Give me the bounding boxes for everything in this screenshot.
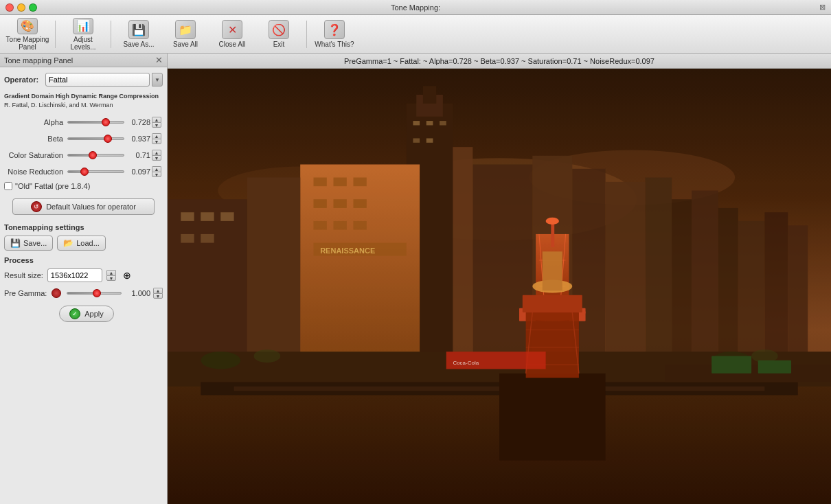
whats-this-icon: ❓ xyxy=(324,20,345,39)
operator-label: Operator: xyxy=(4,76,43,84)
operator-description: Gradient Domain High Dynamic Range Compr… xyxy=(4,92,163,109)
noise-reduction-track[interactable] xyxy=(67,170,124,173)
city-skyline-image: RENAISSANCE xyxy=(168,69,831,504)
color-saturation-stepper-down[interactable]: ▼ xyxy=(152,155,161,161)
save-as-icon: 💾 xyxy=(128,20,149,39)
apply-button[interactable]: ✓ Apply xyxy=(59,306,114,322)
svg-rect-78 xyxy=(168,69,831,504)
noise-reduction-thumb[interactable] xyxy=(80,168,89,176)
tone-mapping-panel-label: Tone Mapping Panel xyxy=(5,36,49,51)
tone-mapping-panel-icon: 🎨 xyxy=(17,18,38,34)
pre-gamma-stepper: ▲ ▼ xyxy=(153,288,163,299)
right-panel: PreGamma=1 ~ Fattal: ~ Alpha=0.728 ~ Bet… xyxy=(168,54,831,504)
panel-content: Operator: Fattal Drago Reinhard Mantiuk … xyxy=(0,67,167,504)
result-size-input[interactable] xyxy=(47,268,102,282)
save-as-button[interactable]: 💾 Save As... xyxy=(117,18,161,51)
panel-header: Tone mapping Panel ✕ xyxy=(0,54,167,67)
toolbar-separator-1 xyxy=(55,21,56,48)
alpha-track[interactable] xyxy=(67,121,124,124)
old-fattal-label: "Old" Fattal (pre 1.8.4) xyxy=(15,182,90,190)
toolbar-separator-2 xyxy=(111,21,111,48)
beta-stepper: ▲ ▼ xyxy=(152,133,163,144)
save-load-row: 💾 Save... 📂 Load... xyxy=(4,236,163,251)
left-panel: Tone mapping Panel ✕ Operator: Fattal Dr… xyxy=(0,54,168,504)
pre-gamma-track[interactable] xyxy=(67,292,122,295)
tonemapping-load-button[interactable]: 📂 Load... xyxy=(57,236,106,251)
operator-select[interactable]: Fattal Drago Reinhard Mantiuk Pattanaik xyxy=(45,73,150,87)
old-fattal-row: "Old" Fattal (pre 1.8.4) xyxy=(4,182,163,190)
beta-stepper-down[interactable]: ▼ xyxy=(152,139,161,144)
image-container: RENAISSANCE xyxy=(168,69,831,504)
process-label: Process xyxy=(4,256,163,264)
result-size-stepper-down[interactable]: ▼ xyxy=(106,275,116,281)
noise-reduction-stepper-down[interactable]: ▼ xyxy=(152,172,161,177)
color-saturation-thumb[interactable] xyxy=(89,151,97,159)
alpha-label: Alpha xyxy=(4,118,66,126)
pre-gamma-value: 1.000 xyxy=(126,289,150,297)
pre-gamma-row: Pre Gamma: 1.000 ▲ ▼ xyxy=(4,288,163,299)
noise-reduction-stepper: ▲ ▼ xyxy=(152,166,163,177)
noise-reduction-label: Noise Reduction xyxy=(4,168,66,176)
apply-icon: ✓ xyxy=(69,308,80,319)
panel-title: Tone mapping Panel xyxy=(4,56,73,65)
maximize-button[interactable] xyxy=(29,3,37,12)
beta-fill xyxy=(68,138,108,139)
adjust-levels-icon: 📊 xyxy=(73,18,93,34)
close-all-label: Close All xyxy=(219,41,246,48)
beta-slider-row: Beta 0.937 ▲ ▼ xyxy=(4,133,163,145)
alpha-stepper-down[interactable]: ▼ xyxy=(152,122,161,128)
alpha-stepper-up[interactable]: ▲ xyxy=(152,117,161,122)
pre-gamma-thumb[interactable] xyxy=(93,289,101,297)
save-all-label: Save All xyxy=(173,41,198,48)
tone-mapping-panel-button[interactable]: 🎨 Tone Mapping Panel xyxy=(5,18,49,51)
alpha-value: 0.728 xyxy=(126,118,150,126)
pre-gamma-stepper-down[interactable]: ▼ xyxy=(153,293,163,299)
close-all-button[interactable]: ✕ Close All xyxy=(210,18,254,51)
default-values-button[interactable]: ↺ Default Values for operator xyxy=(12,198,155,215)
save-button-label: Save... xyxy=(23,239,47,247)
adjust-levels-button[interactable]: 📊 Adjust Levels... xyxy=(61,18,105,51)
description-authors: R. Fattal, D. Lischinski, and M. Werman xyxy=(4,102,113,108)
old-fattal-checkbox[interactable] xyxy=(4,182,12,190)
toolbar-separator-3 xyxy=(306,21,307,48)
result-size-stepper-up[interactable]: ▲ xyxy=(106,270,116,275)
close-button[interactable] xyxy=(5,3,14,12)
image-info-bar: PreGamma=1 ~ Fattal: ~ Alpha=0.728 ~ Bet… xyxy=(168,54,831,69)
main-layout: Tone mapping Panel ✕ Operator: Fattal Dr… xyxy=(0,54,831,504)
result-size-label: Result size: xyxy=(4,271,43,279)
pre-gamma-stepper-up[interactable]: ▲ xyxy=(153,288,163,293)
window-controls[interactable] xyxy=(5,3,37,12)
load-button-label: Load... xyxy=(76,239,100,247)
color-saturation-track[interactable] xyxy=(67,154,124,157)
result-size-stepper: ▲ ▼ xyxy=(106,270,116,281)
exit-button[interactable]: 🚫 Exit xyxy=(257,18,301,51)
beta-stepper-up[interactable]: ▲ xyxy=(152,133,161,139)
save-all-icon: 📁 xyxy=(175,20,196,39)
exit-icon: 🚫 xyxy=(269,20,289,39)
tonemapping-settings-label: Tonemapping settings xyxy=(4,223,163,231)
noise-reduction-stepper-up[interactable]: ▲ xyxy=(152,166,161,172)
beta-thumb[interactable] xyxy=(104,135,112,143)
result-size-expand-icon[interactable]: ⊕ xyxy=(120,268,134,282)
alpha-thumb[interactable] xyxy=(102,118,110,126)
minimize-button[interactable] xyxy=(17,3,25,12)
color-saturation-stepper-up[interactable]: ▲ xyxy=(152,150,161,155)
apply-label: Apply xyxy=(84,310,104,318)
title-bar: Tone Mapping: ⊠ xyxy=(0,0,831,15)
pre-gamma-icon xyxy=(52,288,61,298)
operator-select-arrow[interactable]: ▼ xyxy=(152,73,163,87)
default-values-icon: ↺ xyxy=(31,201,42,212)
color-saturation-slider-row: Color Saturation 0.71 ▲ ▼ xyxy=(4,149,163,161)
operator-row: Operator: Fattal Drago Reinhard Mantiuk … xyxy=(4,73,163,87)
save-all-button[interactable]: 📁 Save All xyxy=(163,18,207,51)
noise-reduction-value: 0.097 xyxy=(126,168,150,176)
beta-track[interactable] xyxy=(67,137,124,140)
pre-gamma-label: Pre Gamma: xyxy=(4,289,49,297)
adjust-levels-label: Adjust Levels... xyxy=(61,36,105,51)
result-size-row: Result size: ▲ ▼ ⊕ xyxy=(4,268,163,282)
tonemapping-save-button[interactable]: 💾 Save... xyxy=(4,236,53,251)
save-as-label: Save As... xyxy=(123,41,154,48)
beta-label: Beta xyxy=(4,135,66,143)
whats-this-button[interactable]: ❓ What's This? xyxy=(312,18,356,51)
panel-close-button[interactable]: ✕ xyxy=(155,55,163,65)
